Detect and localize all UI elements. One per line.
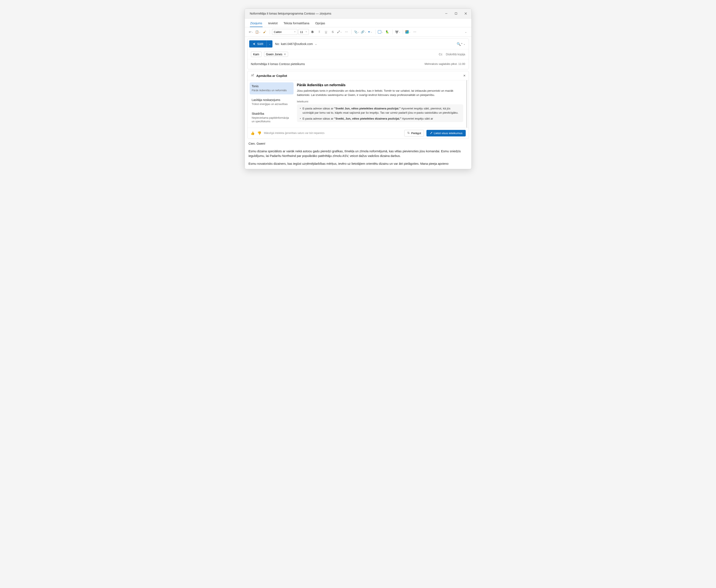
loop-button[interactable]: ➰⌄ [395, 29, 401, 35]
remove-recipient-icon[interactable]: ✕ [283, 52, 286, 56]
window-controls [441, 10, 470, 17]
underline-button[interactable]: U [323, 29, 329, 35]
copilot-button[interactable]: ⌄ [405, 29, 411, 35]
font-size-dropdown[interactable]: 11 [298, 29, 309, 35]
copilot-footer: 👍 👎 Mākslīgā intelekta ģenerētais saturs… [248, 128, 469, 139]
cc-button[interactable]: Cc [439, 52, 442, 56]
svg-point-8 [408, 133, 409, 134]
text-format-more-button[interactable]: ⋯ [343, 29, 349, 35]
draft-status: Melnraksts saglabāts plkst. 11:00 [424, 62, 465, 66]
copilot-title: Apmācība ar Copilot [256, 74, 287, 78]
ribbon-more-button[interactable]: ⋯ [412, 29, 418, 35]
bcc-button[interactable]: Diskrētā kopija [446, 52, 465, 56]
body-paragraph: Esmu novatorisks dizainers, kas iegūst u… [249, 161, 468, 166]
send-more-button[interactable]: ⌄ [267, 40, 272, 47]
recipient-name: Gwen Jones [266, 52, 282, 56]
copilot-paragraph: Jūsu pašreizējais tonis ir profesionāls … [297, 89, 463, 97]
copilot-panel: Apmācība ar Copilot ✕ Tonis Pārāk ikdien… [247, 71, 469, 139]
zoom-icon: 🔍⁺ [457, 42, 463, 46]
signature-button[interactable]: ✒⌄ [367, 29, 373, 35]
send-button-group: Sūtīt ⌄ [249, 40, 273, 47]
thumbs-down-button[interactable]: 👎 [257, 131, 261, 135]
strikethrough-button[interactable]: S [330, 29, 336, 35]
svg-point-4 [253, 74, 254, 75]
apply-all-button[interactable]: Lietot visus ieteikumus [426, 130, 466, 136]
compose-header: Sūtīt ⌄ No: katri.0487@outlook.com ⌄ 🔍⁺ … [247, 38, 469, 69]
tab-message[interactable]: Ziņojums [250, 20, 263, 27]
paste-button[interactable]: 📋⌄ [255, 29, 261, 35]
tab-format[interactable]: Teksta formatēšana [283, 20, 310, 27]
sliders-icon [407, 131, 410, 135]
zoom-control[interactable]: 🔍⁺ ⌄ [457, 42, 465, 46]
highlight-button[interactable]: 🖍⌄ [337, 29, 342, 35]
copilot-close-button[interactable]: ✕ [463, 74, 466, 77]
copilot-icon [251, 73, 254, 78]
italic-button[interactable]: S [316, 29, 322, 35]
send-label: Sūtīt [257, 42, 264, 46]
send-button[interactable]: Sūtīt [249, 40, 267, 47]
attach-button[interactable]: 📎⌄ [354, 29, 360, 35]
copilot-side-item-clarity[interactable]: Skaidrība Nepieciešama papildinformācija… [250, 110, 294, 125]
addin-button[interactable]: 🦜 [384, 29, 390, 35]
tab-insert[interactable]: Ievietot [268, 20, 278, 27]
body-greeting: Cien. Gwen! [249, 141, 468, 146]
svg-rect-1 [455, 13, 457, 15]
from-label: No: [275, 42, 280, 46]
link-button[interactable]: 🔗⌄ [360, 29, 366, 35]
copilot-heading: Pārāk ikdienišķs un neformāls [297, 83, 463, 87]
copilot-content: Pārāk ikdienišķs un neformāls Jūsu pašre… [296, 80, 467, 128]
format-painter-button[interactable]: 🖌 [262, 29, 268, 35]
thumbs-up-button[interactable]: 👍 [251, 131, 255, 135]
titlebar: Noformētāja II lomas lietojumprogramma C… [245, 9, 471, 19]
maximize-button[interactable] [451, 10, 461, 17]
wand-icon [429, 131, 433, 135]
copilot-sidebar: Tonis Pārāk ikdienišķs un neformāls Lasī… [248, 80, 296, 128]
tab-options[interactable]: Opcijas [315, 20, 326, 27]
subject-input[interactable]: Noformētāja II lomas Contoso pieteikums [251, 62, 425, 66]
copilot-side-item-sentiment[interactable]: Lasītāja noskaņojums Trūkst enerģijas un… [250, 96, 294, 108]
from-dropdown[interactable]: ⌄ [315, 42, 317, 45]
cc-bcc-group: Cc Diskrētā kopija [439, 52, 465, 56]
ribbon-collapse-button[interactable]: ⌄ [465, 30, 468, 34]
body-paragraph: Esmu dizaina speciālists ar vairāk nekā … [249, 149, 468, 159]
copilot-suggestions-label: Ieteikumi [297, 100, 463, 103]
minimize-button[interactable] [441, 10, 451, 17]
adjust-button[interactable]: Pielāgot [404, 130, 424, 136]
copilot-side-item-tone[interactable]: Tonis Pārāk ikdienišķs un neformāls [250, 82, 294, 94]
window-title: Noformētāja II lomas lietojumprogramma C… [250, 12, 331, 15]
from-value[interactable]: katri.0487@outlook.com [281, 42, 313, 46]
apps-button[interactable]: ⌄ [378, 29, 383, 35]
recipient-chip[interactable]: Gwen Jones ✕ [264, 52, 288, 57]
ai-disclaimer: Mākslīgā intelekta ģenerētais saturs var… [264, 131, 402, 134]
suggestion-item: • E-pasta adrese sākas ar "Sveiki Jun, v… [300, 106, 460, 115]
to-button[interactable]: Kam [251, 51, 262, 57]
ribbon: ↩⌄ 📋⌄ 🖌 Calibri 11 B S U S 🖍⌄ ⋯ 📎⌄ 🔗⌄ ✒⌄… [245, 27, 471, 37]
close-button[interactable] [461, 10, 470, 17]
email-body[interactable]: Cien. Gwen! Esmu dizaina speciālists ar … [247, 141, 469, 166]
ribbon-tabs: Ziņojums Ievietot Teksta formatēšana Opc… [245, 19, 471, 27]
copilot-suggestions-box: • E-pasta adrese sākas ar "Sveiki Jun, v… [297, 104, 463, 122]
svg-point-6 [408, 132, 408, 132]
message-window: Noformētāja II lomas lietojumprogramma C… [245, 8, 471, 169]
suggestion-item: • E-pasta adrese sākas ar "Sveiki, Jun, … [300, 117, 460, 121]
send-icon [253, 42, 256, 45]
undo-button[interactable]: ↩⌄ [248, 29, 254, 35]
bold-button[interactable]: B [310, 29, 316, 35]
font-name-dropdown[interactable]: Calibri [272, 29, 297, 35]
